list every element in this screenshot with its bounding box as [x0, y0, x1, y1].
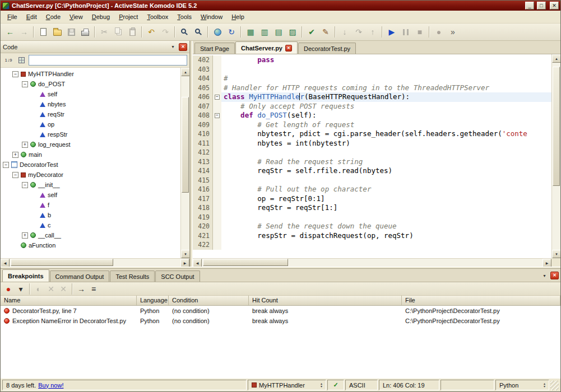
tree-vertical-scrollbar[interactable]: ▲ ▼ — [180, 68, 189, 258]
column-header-file[interactable]: File — [402, 296, 560, 305]
line-number[interactable]: 404 — [193, 74, 213, 83]
collapse-icon[interactable]: − — [3, 162, 9, 168]
tree-item-c[interactable]: c — [1, 220, 180, 230]
new-file-button[interactable] — [36, 25, 50, 39]
scope-selector[interactable]: MyHTTPHandler ▴▾ — [248, 380, 326, 390]
tree-item-respstr[interactable]: respStr — [1, 129, 180, 139]
toolbar-overflow-button[interactable]: » — [446, 25, 460, 39]
tree-item-call[interactable]: +__call__ — [1, 230, 180, 240]
tab-scc-output[interactable]: SCC Output — [155, 270, 200, 282]
code-text[interactable]: # Pull out the op character — [221, 185, 551, 194]
tab-start-page[interactable]: Start Page — [194, 43, 235, 54]
tree-scroll-thumb[interactable] — [182, 97, 189, 193]
code-area[interactable]: ▲ ▼ 402 pass403404#405# Handler for HTTP… — [193, 54, 560, 258]
tree-item-dopost[interactable]: −do_POST — [1, 79, 180, 89]
menu-item-debug[interactable]: Debug — [87, 11, 114, 22]
tab-command-output[interactable]: Command Output — [50, 270, 110, 282]
menu-item-edit[interactable]: Edit — [22, 11, 41, 22]
line-number[interactable]: 411 — [193, 139, 213, 148]
code-text[interactable]: # Read the request string — [221, 157, 551, 167]
scroll-left-icon[interactable]: ◀ — [1, 259, 10, 267]
tree-item-decoratortest[interactable]: −DecoratorTest — [1, 160, 180, 170]
code-text[interactable]: # Handler for HTTP requests coming in to… — [221, 83, 551, 93]
language-spinner[interactable]: ▴▾ — [544, 382, 545, 388]
line-number[interactable]: 402 — [193, 55, 213, 65]
tree-hscroll-thumb[interactable] — [11, 259, 113, 266]
macros-button[interactable]: ▨ — [286, 25, 299, 39]
code-text[interactable] — [221, 176, 551, 185]
line-number[interactable]: 410 — [193, 129, 213, 139]
line-number[interactable]: 421 — [193, 231, 213, 241]
shortcuts-button[interactable]: ▦ — [244, 25, 257, 39]
tree-item-main[interactable]: +main — [1, 150, 180, 160]
encoding-indicator[interactable]: ASCII — [345, 380, 378, 390]
menu-item-code[interactable]: Code — [41, 11, 65, 22]
tree-item-self[interactable]: self — [1, 190, 180, 200]
code-text[interactable]: class MyHTTPHandler(BaseHTTPRequestHandl… — [221, 92, 551, 102]
tab-chatserver-py[interactable]: ChatServer.py✕ — [235, 41, 298, 54]
line-number[interactable]: 417 — [193, 194, 213, 204]
tree-item-init[interactable]: −__init__ — [1, 180, 180, 190]
check-syntax-button[interactable]: ✔ — [305, 25, 318, 39]
tree-item-logrequest[interactable]: +log_request — [1, 139, 180, 150]
code-text[interactable]: # Send the request down the queue — [221, 222, 551, 231]
scroll-down-icon[interactable]: ▼ — [552, 250, 560, 258]
language-selector[interactable]: Python ▴▾ — [495, 380, 549, 390]
minimize-button[interactable]: _ — [525, 2, 534, 10]
menu-item-toolbox[interactable]: Toolbox — [142, 11, 173, 22]
close-bottom-panel-button[interactable]: ✕ — [550, 272, 559, 279]
code-text[interactable] — [221, 148, 551, 157]
editor-horizontal-scrollbar[interactable]: ◀ ▶ — [193, 258, 551, 267]
line-number[interactable]: 413 — [193, 157, 213, 167]
sort-order-button[interactable]: 1↓9 — [3, 55, 14, 66]
collapse-icon[interactable]: − — [22, 81, 28, 87]
line-number[interactable]: 418 — [193, 203, 213, 213]
scroll-left-icon[interactable]: ◀ — [193, 259, 202, 267]
close-button[interactable]: ✕ — [550, 2, 559, 10]
scroll-up-icon[interactable]: ▲ — [181, 68, 189, 76]
menu-item-view[interactable]: View — [65, 11, 87, 22]
column-header-name[interactable]: Name — [1, 296, 137, 305]
scroll-right-icon[interactable]: ▶ — [180, 259, 189, 267]
line-number[interactable]: 408 — [193, 111, 213, 120]
editor-hscroll-thumb[interactable] — [203, 259, 288, 266]
line-number[interactable]: 407 — [193, 102, 213, 111]
undo-button[interactable]: ↶ — [145, 25, 158, 39]
column-header-hit-count[interactable]: Hit Count — [249, 296, 402, 305]
editor-vertical-scrollbar[interactable]: ▲ ▼ — [551, 54, 560, 258]
code-text[interactable]: def do_POST(self): — [221, 111, 551, 120]
breakpoint-menu-button[interactable]: ▾ — [15, 283, 26, 294]
code-text[interactable]: nbytestr, pdict = cgi.parse_header(self.… — [221, 129, 551, 139]
code-text[interactable]: reqStr = self.rfile.read(nbytes) — [221, 166, 551, 176]
expand-icon[interactable]: + — [22, 232, 28, 239]
line-number[interactable]: 406 — [193, 92, 213, 102]
scroll-up-icon[interactable]: ▲ — [552, 54, 560, 63]
maximize-button[interactable]: □ — [537, 2, 546, 10]
line-number[interactable]: 409 — [193, 120, 213, 130]
fold-margin[interactable]: − — [213, 111, 221, 120]
refresh-button[interactable]: ↻ — [225, 25, 238, 39]
code-text[interactable]: # Only accept POST requests — [221, 102, 551, 111]
tree-item-op[interactable]: op — [1, 119, 180, 129]
fold-minus-icon[interactable]: − — [215, 113, 220, 118]
back-button[interactable]: ← — [3, 25, 17, 39]
syntax-status[interactable]: ✓ — [327, 380, 344, 390]
open-button[interactable] — [50, 25, 64, 39]
tree-item-self[interactable]: self — [1, 89, 180, 99]
line-number[interactable]: 405 — [193, 83, 213, 93]
code-text[interactable]: reqStr = reqStr[1:] — [221, 203, 551, 213]
line-number[interactable]: 403 — [193, 65, 213, 74]
tab-breakpoints[interactable]: Breakpoints — [2, 269, 49, 282]
line-number[interactable]: 416 — [193, 185, 213, 194]
expand-icon[interactable]: + — [12, 152, 18, 158]
locate-scope-button[interactable] — [16, 55, 27, 66]
line-number[interactable]: 422 — [193, 240, 213, 250]
scope-spinner[interactable]: ▴▾ — [321, 382, 322, 388]
code-text[interactable] — [221, 213, 551, 222]
expand-icon[interactable]: + — [22, 142, 28, 148]
line-number[interactable]: 420 — [193, 222, 213, 231]
filter-input[interactable] — [29, 55, 187, 66]
new-breakpoint-button[interactable]: ● — [3, 283, 14, 294]
find-button[interactable] — [178, 25, 191, 39]
menu-item-file[interactable]: File — [3, 11, 22, 22]
